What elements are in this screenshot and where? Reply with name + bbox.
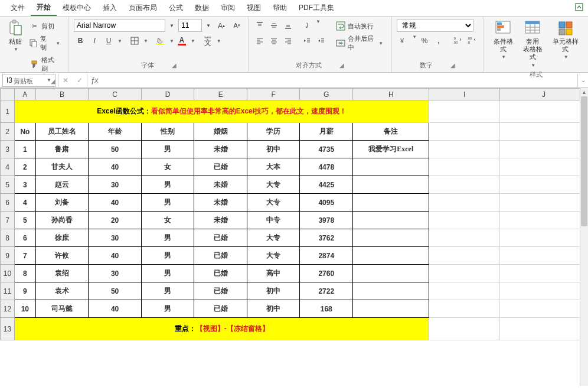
cell[interactable] [429,141,499,158]
menu-formula[interactable]: 公式 [163,1,189,15]
cell[interactable]: 初中 [247,300,300,318]
cell[interactable]: No [14,123,35,141]
paste-button[interactable]: 粘贴 ▼ [5,19,26,53]
cell[interactable]: 40 [89,247,142,265]
cell[interactable]: 大专 [247,247,300,265]
cell[interactable]: 2874 [300,247,353,265]
cell[interactable]: 20 [89,212,142,229]
cell-style-button[interactable]: 单元格样式▼ [547,19,583,61]
cell[interactable] [429,318,499,340]
chevron-down-icon[interactable]: ▼ [204,19,213,32]
cell[interactable] [353,300,429,318]
scroll-up-icon[interactable]: ▲ [580,88,588,96]
cell[interactable]: 年龄 [89,123,142,141]
cell[interactable] [353,212,429,229]
cell[interactable]: 已婚 [194,158,247,176]
menu-help[interactable]: 帮助 [267,1,293,15]
cell[interactable]: 司马懿 [35,300,89,318]
cell[interactable] [429,300,499,318]
collapse-ribbon-icon[interactable] [570,1,588,15]
chevron-down-icon[interactable]: ▼ [117,38,122,44]
accept-formula-icon[interactable]: ✓ [73,76,87,84]
orientation-button[interactable]: ⤸ [300,19,313,32]
cell[interactable]: 2760 [300,265,353,282]
cell[interactable] [499,100,587,123]
cell[interactable] [499,318,587,340]
select-all-corner[interactable] [1,89,15,100]
cut-button[interactable]: ✂剪切 [28,20,61,32]
dialog-launcher-icon[interactable]: ◢ [339,62,344,69]
col-header[interactable]: A [14,89,35,100]
cell[interactable]: 女 [141,158,194,176]
copy-button[interactable]: 复制▼ [28,33,61,53]
align-bottom-button[interactable] [282,19,295,32]
align-right-button[interactable] [282,34,295,47]
currency-button[interactable]: ¥ [397,34,410,47]
cell[interactable]: 30 [89,229,142,247]
chevron-down-icon[interactable]: ▼ [191,38,195,44]
cell[interactable]: 男 [141,300,194,318]
cell[interactable] [499,300,587,318]
cell[interactable]: 我爱学习Excel [353,141,429,158]
cell[interactable]: 徐庶 [35,229,89,247]
cell[interactable]: 袁术 [35,282,89,300]
cell[interactable]: 1 [14,141,35,158]
row-header[interactable]: 11 [1,282,15,300]
cell[interactable] [353,176,429,194]
cell[interactable]: 婚姻 [194,123,247,141]
cell[interactable] [499,141,587,158]
cell[interactable] [429,194,499,212]
cell[interactable]: 大专 [247,229,300,247]
cell[interactable] [429,176,499,194]
cell[interactable]: 2722 [300,282,353,300]
cell[interactable] [499,158,587,176]
cell[interactable]: 刘备 [35,194,89,212]
cell[interactable]: 4735 [300,141,353,158]
cell[interactable]: 4425 [300,176,353,194]
cell[interactable] [429,282,499,300]
cell[interactable] [353,265,429,282]
cell[interactable] [429,123,499,141]
border-button[interactable] [128,34,141,47]
menu-pdf[interactable]: PDF工具集 [293,1,340,15]
increase-decimal-button[interactable]: .0.00 [451,34,464,47]
font-color-button[interactable]: A [175,34,188,47]
cell[interactable]: 50 [89,141,142,158]
dialog-launcher-icon[interactable]: ◢ [450,62,455,69]
cell[interactable] [429,265,499,282]
cell[interactable]: 未婚 [194,194,247,212]
chevron-down-icon[interactable]: ▼ [143,38,148,44]
cell[interactable]: 员工姓名 [35,123,89,141]
cell[interactable]: 已婚 [194,247,247,265]
cell[interactable]: 2 [14,158,35,176]
cell[interactable]: 4 [14,194,35,212]
cell[interactable] [499,229,587,247]
col-header[interactable]: E [194,89,247,100]
col-header[interactable]: C [89,89,142,100]
bold-button[interactable]: B [74,34,87,47]
menu-view[interactable]: 视图 [241,1,267,15]
align-center-button[interactable] [267,34,280,47]
cell[interactable] [499,247,587,265]
chevron-down-icon[interactable]: ▼ [169,38,174,44]
decrease-decimal-button[interactable]: .00.0 [465,34,478,47]
cell[interactable] [499,212,587,229]
number-format-select[interactable]: 常规 [397,19,473,32]
cell[interactable]: 男 [141,247,194,265]
merge-center-button[interactable]: 合并后居中▼ [335,33,384,53]
cell[interactable]: 男 [141,176,194,194]
cell[interactable]: 4478 [300,158,353,176]
cell[interactable]: 性别 [141,123,194,141]
col-header[interactable]: B [35,89,89,100]
cell[interactable]: 40 [89,194,142,212]
cell[interactable]: 赵云 [35,176,89,194]
cell[interactable] [353,282,429,300]
menu-pagelayout[interactable]: 页面布局 [123,1,163,15]
increase-font-button[interactable]: A▴ [215,19,228,32]
comma-button[interactable]: , [432,34,445,47]
font-name-input[interactable] [74,19,165,32]
cell[interactable]: 已婚 [194,282,247,300]
menu-data[interactable]: 数据 [189,1,215,15]
conditional-format-button[interactable]: 条件格式▼ [488,19,518,61]
menu-insert[interactable]: 插入 [97,1,123,15]
